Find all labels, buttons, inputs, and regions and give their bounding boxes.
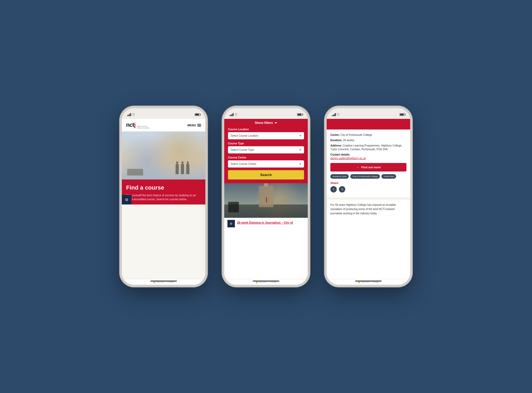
wifi-icon-2: ▽	[235, 113, 237, 116]
show-filters-label: Show filters	[255, 121, 273, 125]
tag-academic-year[interactable]: Academic year	[330, 174, 349, 179]
phones-container: ▽ nct j Quality, trust and diversity in …	[0, 85, 532, 308]
type-placeholder: Select Course Type:	[231, 148, 255, 151]
phone1-home-bar[interactable]	[150, 281, 177, 282]
find-out-more-button[interactable]: → Find out more	[330, 163, 406, 172]
centre-row: Centre: City of Portsmouth College	[330, 133, 406, 137]
centre-detail-value: City of Portsmouth College	[340, 133, 372, 136]
phone2-footer: 🔒 nctj.com — Private	[224, 279, 308, 285]
phone2-content: Show filters Course Location Select Cour…	[224, 119, 308, 285]
phone3-home-bar[interactable]	[355, 281, 382, 282]
twitter-icon[interactable]: 𝕏	[339, 186, 345, 193]
menu-label: MENU	[188, 124, 196, 127]
type-chevron-icon	[299, 149, 301, 150]
person-in-photo	[259, 186, 273, 207]
location-placeholder: Select Course Location:	[231, 134, 259, 137]
find-course-banner: Find a course Give yourself the best cha…	[122, 179, 205, 204]
share-area: Share f 𝕏	[330, 181, 406, 193]
phone3-footer: 🔒 nctj.com — Private	[327, 279, 410, 285]
college-description-text: For 50 years Highbury College has enjoye…	[330, 203, 396, 215]
phone1-content: nct j Quality, trust and diversity in jo…	[122, 119, 205, 285]
gear-icon: ⚙	[125, 198, 128, 202]
course-gear-badge: ⚙	[227, 220, 235, 227]
address-detail-label: Address:	[330, 144, 342, 147]
duration-detail-label: Duration:	[330, 139, 342, 142]
type-select[interactable]: Select Course Type:	[228, 146, 304, 153]
signal-bars-3	[332, 113, 336, 116]
chevron-down-icon	[275, 122, 277, 124]
college-description: For 50 years Highbury College has enjoye…	[327, 200, 410, 279]
phone3-content: Centre: City of Portsmouth College Durat…	[327, 119, 410, 285]
figure-2	[181, 164, 184, 174]
logo-nct: nct	[126, 122, 134, 128]
nctj-logo: nct j Quality, trust and diversity in jo…	[126, 122, 152, 129]
filters-area: Course Location Select Course Location: …	[224, 128, 308, 183]
hero-image	[122, 132, 205, 179]
filter-location: Course Location Select Course Location:	[228, 128, 304, 139]
type-label: Course Type	[228, 142, 304, 145]
location-label: Course Location	[228, 128, 304, 131]
hero-image-inner	[122, 132, 205, 179]
phone2-header[interactable]: Show filters	[224, 119, 308, 128]
filter-type: Course Type Select Course Type:	[228, 142, 304, 153]
social-icons: f 𝕏	[330, 186, 406, 193]
phone1-header: nct j Quality, trust and diversity in jo…	[122, 119, 205, 132]
phone3-header	[327, 119, 410, 129]
filter-centre: Course Centre Select Course Centre:	[228, 156, 304, 168]
hero-desk	[127, 169, 143, 175]
search-button[interactable]: Search	[228, 170, 304, 179]
menu-button[interactable]: MENU	[188, 124, 201, 127]
status-bar-2: ▽	[224, 108, 308, 119]
facebook-icon[interactable]: f	[330, 186, 337, 193]
contact-email[interactable]: darren.sadler@highbury.ac.uk	[330, 157, 366, 160]
course-photo	[224, 183, 308, 218]
find-course-title: Find a course	[126, 184, 201, 191]
phone-3: ▽ Centre: City of Portsmouth College Dur…	[325, 106, 412, 287]
course-details: Centre: City of Portsmouth College Durat…	[327, 129, 410, 197]
battery-icon-1	[195, 113, 200, 116]
tag-south-east[interactable]: South East	[381, 174, 396, 179]
find-out-label: Find out more	[361, 166, 381, 169]
phone-1: ▽ nct j Quality, trust and diversity in …	[120, 106, 207, 287]
show-filters-button[interactable]: Show filters	[255, 121, 277, 125]
phone2-home-bar[interactable]	[253, 281, 279, 282]
duration-row: Duration: 28 weeks	[330, 139, 406, 142]
duration-detail-value: 28 weeks	[343, 139, 354, 142]
phone3-screen: Centre: City of Portsmouth College Durat…	[327, 119, 410, 285]
signal-bars-2	[230, 113, 234, 116]
location-chevron-icon	[299, 135, 301, 136]
wifi-icon-1: ▽	[132, 113, 135, 116]
course-photo-inner	[224, 183, 308, 218]
centre-label: Course Centre	[228, 156, 304, 159]
hero-figures	[176, 164, 189, 174]
signal-bars-1	[127, 113, 131, 116]
phone-2: ▽ Show filters Course Loc	[222, 106, 310, 287]
wifi-icon-3: ▽	[337, 113, 339, 116]
arrow-right-icon: →	[356, 165, 359, 169]
address-row: Address: Creative Learning Programmes, H…	[330, 144, 406, 151]
divider	[327, 198, 410, 199]
tags-area: Academic year City of Portsmouth College…	[330, 174, 406, 179]
phone1-footer: 🔒 nctj.com — Private	[122, 279, 205, 285]
centre-placeholder: Select Course Centre:	[231, 162, 257, 165]
equipment-1	[228, 202, 239, 212]
course-title-area: ⚙ 28-week Diploma in Journalism – City o…	[224, 218, 308, 279]
course-link[interactable]: 28-week Diploma in Journalism – City of	[237, 221, 293, 224]
figure-3	[186, 164, 189, 174]
battery-icon-3	[400, 113, 405, 116]
battery-icon-2	[297, 113, 302, 116]
contact-detail-label: Contact details:	[330, 153, 350, 156]
course-gear-icon: ⚙	[230, 222, 232, 225]
phone2-screen: Show filters Course Location Select Cour…	[224, 119, 308, 285]
find-course-text: Give yourself the best chance of success…	[126, 193, 201, 201]
tag-portsmouth-college[interactable]: City of Portsmouth College	[350, 174, 380, 179]
centre-detail-label: Centre:	[330, 133, 340, 136]
location-select[interactable]: Select Course Location:	[228, 132, 304, 139]
centre-chevron-icon	[299, 164, 301, 165]
phone1-screen: nct j Quality, trust and diversity in jo…	[122, 119, 205, 285]
share-label: Share	[330, 181, 406, 185]
centre-select[interactable]: Select Course Centre:	[228, 160, 304, 168]
hamburger-icon	[197, 124, 201, 127]
status-bar-1: ▽	[122, 108, 205, 119]
status-bar-3: ▽	[327, 108, 410, 119]
